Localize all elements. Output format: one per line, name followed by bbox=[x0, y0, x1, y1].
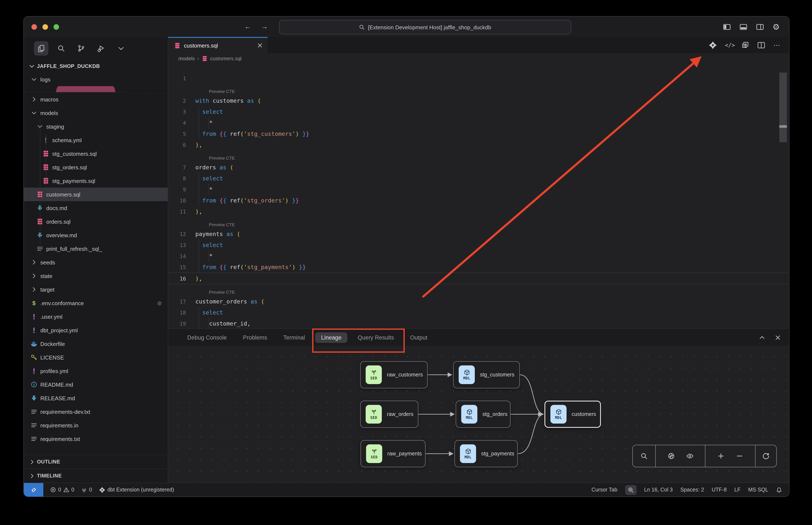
code-line-16[interactable]: 16), bbox=[168, 272, 789, 284]
problems-status[interactable]: 0 0 bbox=[50, 487, 74, 493]
sidebar-tool-files-copy[interactable] bbox=[34, 41, 48, 56]
code-icon[interactable]: </> bbox=[725, 41, 733, 49]
tree-item-schema-yml[interactable]: schema.yml bbox=[24, 133, 168, 147]
code-line-3[interactable]: 3 select bbox=[168, 106, 789, 117]
lineage-canvas[interactable]: SEDraw_customersMDLstg_customersSEDraw_o… bbox=[168, 346, 789, 483]
tree-item-dbt-project-yml[interactable]: dbt_project.yml bbox=[24, 324, 168, 337]
codelens-preview-cte[interactable]: Preview CTE bbox=[168, 284, 789, 296]
tree-item-overview-md[interactable]: overview.md bbox=[24, 228, 168, 242]
sidebar-tool-source-control[interactable] bbox=[74, 41, 88, 56]
forward-arrow-icon[interactable]: → bbox=[261, 22, 268, 31]
tree-item-logs[interactable]: logs bbox=[24, 73, 168, 86]
code-line-10[interactable]: 10 from {{ ref('stg_orders') }} bbox=[168, 195, 789, 206]
lineage-node-raw_payments[interactable]: SEDraw_payments bbox=[360, 440, 426, 467]
lineage-node-stg_customers[interactable]: MDLstg_customers bbox=[453, 361, 520, 388]
code-line-2[interactable]: 2with customers as ( bbox=[168, 95, 789, 106]
language-mode-status[interactable]: MS SQL bbox=[748, 487, 768, 493]
zoom-status-button[interactable] bbox=[625, 485, 636, 495]
sidebar-tool-chevron-down[interactable] bbox=[114, 41, 128, 56]
query-results-icon[interactable] bbox=[741, 41, 749, 49]
encoding-status[interactable]: UTF-8 bbox=[711, 487, 727, 493]
code-line-13[interactable]: 13 select bbox=[168, 239, 789, 251]
lineage-node-stg_orders[interactable]: MDLstg_orders bbox=[456, 401, 511, 428]
layout-secondary-sidebar-icon[interactable] bbox=[756, 23, 764, 31]
code-line-17[interactable]: 17customer_orders as ( bbox=[168, 296, 789, 307]
tree-item-readme-md[interactable]: README.md bbox=[24, 378, 168, 391]
breadcrumb-file[interactable]: customers.sql bbox=[210, 56, 241, 62]
chevron-up-icon[interactable] bbox=[758, 334, 766, 341]
minus-icon[interactable] bbox=[736, 452, 743, 460]
panel-tab-output[interactable]: Output bbox=[404, 332, 433, 343]
dbt-extension-status[interactable]: dbt Extension (unregistered) bbox=[99, 486, 174, 493]
code-line-14[interactable]: 14 * bbox=[168, 251, 789, 261]
code-editor[interactable]: 1Preview CTE2with customers as (3 select… bbox=[168, 64, 789, 329]
tree-item-profiles-yml[interactable]: profiles.yml bbox=[24, 364, 168, 378]
breadcrumb[interactable]: models › customers.sql bbox=[168, 53, 789, 64]
tree-item-orders-sql[interactable]: orders.sql bbox=[24, 215, 168, 228]
code-line-12[interactable]: 12payments as ( bbox=[168, 228, 789, 239]
code-line-15[interactable]: 15 from {{ ref('stg_payments') }} bbox=[168, 261, 789, 272]
tree-item-docs-md[interactable]: docs.md bbox=[24, 201, 168, 215]
aperture-icon[interactable] bbox=[667, 452, 675, 460]
code-line-18[interactable]: 18 select bbox=[168, 307, 789, 318]
code-line-9[interactable]: 9 * bbox=[168, 184, 789, 195]
tree-item-requirements-in[interactable]: requirements.in bbox=[24, 419, 168, 432]
ports-status[interactable]: 0 bbox=[81, 487, 92, 493]
tree-item-release-md[interactable]: RELEASE.md bbox=[24, 391, 168, 405]
codelens-preview-cte[interactable]: Preview CTE bbox=[168, 217, 789, 228]
refresh-icon[interactable] bbox=[762, 452, 769, 460]
tree-item-target[interactable]: target bbox=[24, 283, 168, 296]
tree-item-stg-customers-sql[interactable]: stg_customers.sql bbox=[24, 147, 168, 161]
code-line-6[interactable]: 6), bbox=[168, 139, 789, 150]
tree-item-partially-scrolled[interactable]: query_log.sq bbox=[24, 86, 168, 92]
tree-item--env-conformance[interactable]: $.env.conformance⊘ bbox=[24, 296, 168, 310]
close-icon[interactable] bbox=[774, 334, 781, 341]
remote-indicator[interactable] bbox=[24, 483, 43, 497]
tree-item-dockerfile[interactable]: Dockerfile bbox=[24, 337, 168, 350]
tree-item-macros[interactable]: macros bbox=[24, 92, 168, 106]
dbt-icon[interactable] bbox=[709, 41, 717, 49]
split-editor-icon[interactable] bbox=[757, 41, 765, 49]
code-line-4[interactable]: 4 * bbox=[168, 117, 789, 128]
tree-item-customers-sql[interactable]: customers.sql bbox=[24, 188, 168, 201]
tree-item-models[interactable]: models bbox=[24, 106, 168, 120]
codelens-preview-cte[interactable]: Preview CTE bbox=[168, 150, 789, 162]
close-tab-icon[interactable] bbox=[256, 42, 263, 49]
panel-tab-terminal[interactable]: Terminal bbox=[277, 332, 311, 343]
layout-panel-icon[interactable] bbox=[739, 23, 748, 31]
cursor-tab-status[interactable]: Cursor Tab bbox=[592, 487, 618, 493]
tree-item-stg-payments-sql[interactable]: stg_payments.sql bbox=[24, 174, 168, 188]
project-root-header[interactable]: JAFFLE_SHOP_DUCKDB bbox=[24, 60, 168, 73]
sidebar-tool-search[interactable] bbox=[54, 41, 68, 56]
lineage-node-stg_payments[interactable]: MDLstg_payments bbox=[454, 440, 518, 467]
lineage-node-raw_orders[interactable]: SEDraw_orders bbox=[360, 401, 418, 428]
tree-item-state[interactable]: state bbox=[24, 269, 168, 283]
codelens-preview-cte[interactable]: Preview CTE bbox=[168, 84, 789, 95]
plus-icon[interactable] bbox=[717, 452, 724, 460]
timeline-section[interactable]: TIMELINE bbox=[24, 468, 168, 483]
code-line-5[interactable]: 5 from {{ ref('stg_customers') }} bbox=[168, 128, 789, 139]
lineage-node-customers[interactable]: MDLcustomers bbox=[544, 401, 601, 428]
tree-item-requirements-dev-txt[interactable]: requirements-dev.txt bbox=[24, 405, 168, 419]
code-line-19[interactable]: 19 customer_id, bbox=[168, 318, 789, 329]
panel-tab-problems[interactable]: Problems bbox=[237, 332, 273, 343]
eol-status[interactable]: LF bbox=[734, 487, 740, 493]
code-line-8[interactable]: 8 select bbox=[168, 173, 789, 184]
breadcrumb-folder[interactable]: models bbox=[178, 56, 195, 62]
line-col-status[interactable]: Ln 16, Col 3 bbox=[644, 487, 673, 493]
tab-customers-sql[interactable]: customers.sql bbox=[168, 37, 268, 53]
tree-item--user-yml[interactable]: .user.yml bbox=[24, 310, 168, 324]
search-icon[interactable] bbox=[640, 452, 648, 460]
code-line-7[interactable]: 7orders as ( bbox=[168, 162, 789, 173]
outline-section[interactable]: OUTLINE bbox=[24, 454, 168, 468]
indentation-status[interactable]: Spaces: 2 bbox=[680, 487, 704, 493]
tree-item-requirements-txt[interactable]: requirements.txt bbox=[24, 432, 168, 446]
tree-item-print-full-refresh-sql-[interactable]: print_full_refresh._sql_ bbox=[24, 242, 168, 255]
close-window-button[interactable] bbox=[31, 24, 37, 30]
panel-tab-debug-console[interactable]: Debug Console bbox=[181, 332, 233, 343]
code-line-11[interactable]: 11), bbox=[168, 206, 789, 217]
more-icon[interactable]: ⋯ bbox=[773, 41, 781, 49]
traffic-lights[interactable] bbox=[31, 17, 59, 37]
command-center-search[interactable]: [Extension Development Host] jaffle_shop… bbox=[279, 20, 571, 34]
lineage-node-raw_customers[interactable]: SEDraw_customers bbox=[360, 361, 428, 388]
